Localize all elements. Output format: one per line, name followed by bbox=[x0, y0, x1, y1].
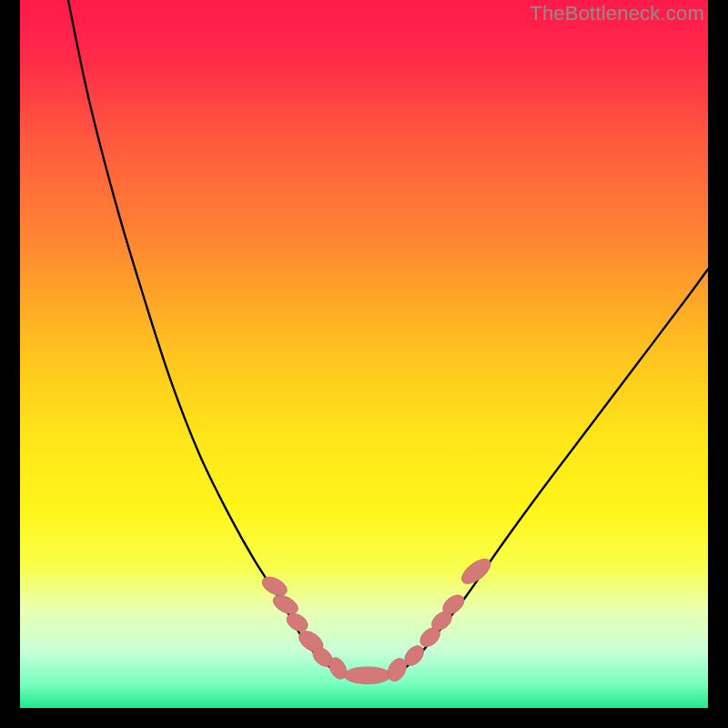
curve-marker bbox=[344, 667, 390, 684]
chart-frame bbox=[20, 0, 708, 708]
watermark-text: TheBottleneck.com bbox=[530, 2, 704, 25]
bottleneck-curve-chart bbox=[20, 0, 708, 708]
gradient-background bbox=[20, 0, 708, 708]
